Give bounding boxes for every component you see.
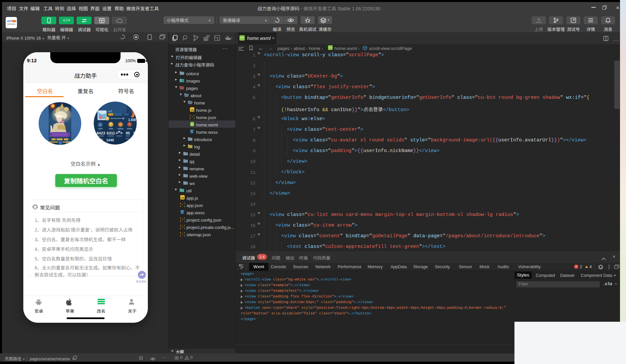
svg-text:{·}: {·}	[180, 225, 185, 229]
svg-text:1445: 1445	[106, 138, 114, 142]
svg-text:93: 93	[134, 131, 137, 135]
svg-text:95: 95	[126, 131, 130, 135]
svg-text:{·}: {·}	[190, 115, 194, 119]
svg-text:JS: JS	[181, 196, 184, 199]
svg-text:8423: 8423	[97, 131, 105, 135]
svg-text:{·}: {·}	[180, 217, 185, 222]
svg-text:<>: <>	[190, 123, 194, 126]
svg-text:1.6W: 1.6W	[128, 118, 136, 122]
svg-text:6311: 6311	[107, 131, 116, 135]
svg-text:wd: wd	[108, 109, 112, 113]
svg-text:JS: JS	[190, 108, 194, 111]
svg-text:{·}: {·}	[180, 203, 185, 207]
svg-text:21%: 21%	[66, 141, 73, 145]
svg-text:{·}: {·}	[180, 232, 185, 236]
